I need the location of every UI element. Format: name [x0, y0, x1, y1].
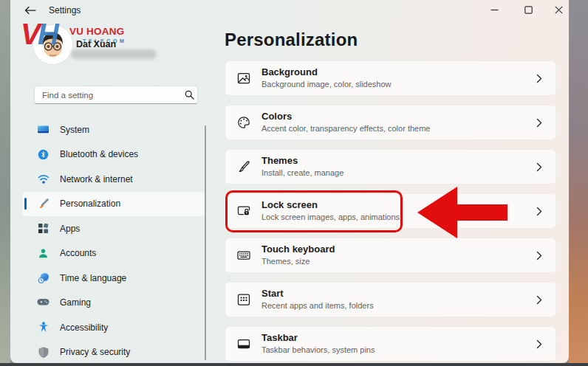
close-icon — [555, 6, 563, 14]
sidebar-item-accounts[interactable]: Accounts — [22, 241, 205, 266]
back-arrow-icon — [24, 6, 36, 15]
card-subtitle: Recent apps and items, folders — [261, 300, 536, 311]
minimize-icon — [490, 6, 499, 14]
sidebar-item-label: Gaming — [60, 297, 91, 308]
desktop-wallpaper-right — [569, 0, 588, 366]
sidebar-nav: System Bluetooth & devices Network & int… — [22, 117, 205, 363]
chevron-right-icon — [536, 295, 542, 305]
card-subtitle: Themes, size — [261, 256, 536, 266]
search-icon[interactable] — [181, 90, 197, 100]
sidebar-item-time-language[interactable]: Time & language — [22, 266, 205, 291]
back-button[interactable] — [22, 4, 38, 17]
themes-icon — [236, 159, 251, 174]
sidebar-item-personalization[interactable]: Personalization — [22, 192, 205, 217]
card-title: Lock screen — [261, 199, 536, 211]
card-colors[interactable]: Colors Accent color, transparency effect… — [225, 105, 556, 140]
card-subtitle: Install, create, manage — [261, 168, 536, 178]
card-touch-keyboard[interactable]: Touch keyboard Themes, size — [225, 238, 556, 273]
settings-window: Settings — [10, 0, 569, 363]
chevron-right-icon — [536, 339, 542, 349]
card-title: Touch keyboard — [261, 244, 536, 255]
card-title: Taskbar — [261, 332, 536, 344]
card-start[interactable]: Start Recent apps and items, folders — [225, 282, 556, 317]
user-name: Dat Xuan — [76, 39, 116, 49]
sidebar-item-gaming[interactable]: Gaming — [22, 291, 205, 316]
system-icon — [37, 123, 49, 136]
touch-keyboard-icon — [236, 248, 251, 263]
card-lock-screen[interactable]: Lock screen Lock screen images, apps, an… — [225, 193, 556, 229]
card-subtitle: Background image, color, slideshow — [261, 79, 536, 89]
taskbar-icon — [236, 336, 251, 351]
card-title: Themes — [261, 155, 536, 167]
card-background[interactable]: Background Background image, color, slid… — [225, 61, 556, 96]
card-subtitle: Taskbar behaviors, system pins — [261, 345, 536, 355]
chevron-right-icon — [536, 207, 542, 216]
account-section[interactable]: V H VU HOANG TELECOM Dat Xuan — [10, 18, 217, 84]
user-email-redacted — [71, 49, 157, 59]
apps-icon — [37, 222, 49, 235]
background-icon — [236, 71, 251, 86]
card-title: Colors — [261, 111, 536, 122]
close-button[interactable] — [549, 1, 568, 18]
sidebar-scrollbar[interactable] — [205, 125, 206, 360]
desktop-wallpaper-left — [0, 0, 10, 366]
sidebar-item-privacy-security[interactable]: Privacy & security — [22, 340, 205, 364]
desktop-edge-bottom — [0, 363, 588, 366]
maximize-icon — [524, 6, 533, 14]
accessibility-icon — [37, 321, 49, 334]
sidebar-item-network-internet[interactable]: Network & internet — [22, 167, 205, 192]
gaming-icon — [37, 297, 49, 309]
sidebar-item-label: Privacy & security — [60, 347, 130, 357]
network-icon — [37, 173, 49, 185]
sidebar-item-label: Accessibility — [60, 322, 108, 333]
card-subtitle: Accent color, transparency effects, colo… — [261, 123, 536, 134]
search-box[interactable] — [34, 86, 198, 104]
chevron-right-icon — [536, 74, 542, 83]
sidebar-item-label: Accounts — [60, 248, 96, 258]
sidebar-item-label: Apps — [60, 224, 80, 234]
chevron-right-icon — [536, 251, 542, 260]
window-title: Settings — [49, 5, 81, 15]
accounts-icon — [37, 247, 49, 260]
card-themes[interactable]: Themes Install, create, manage — [225, 149, 556, 184]
card-taskbar[interactable]: Taskbar Taskbar behaviors, system pins — [225, 326, 556, 362]
card-title: Background — [261, 66, 536, 78]
settings-card-list: Background Background image, color, slid… — [225, 61, 556, 363]
sidebar-item-bluetooth-devices[interactable]: Bluetooth & devices — [22, 142, 205, 168]
svg-text:H: H — [38, 19, 60, 50]
page-title: Personalization — [225, 30, 358, 50]
sidebar-item-system[interactable]: System — [22, 117, 205, 142]
chevron-right-icon — [536, 162, 542, 172]
sidebar-item-label: Time & language — [60, 273, 126, 283]
sidebar-item-apps[interactable]: Apps — [22, 216, 205, 241]
minimize-button[interactable] — [485, 1, 504, 18]
watermark-line1: VU HOANG — [69, 27, 126, 37]
lock-screen-icon — [236, 204, 251, 218]
sidebar-item-label: System — [60, 125, 89, 135]
privacy-icon — [37, 346, 49, 359]
time-language-icon — [37, 272, 49, 284]
colors-icon — [236, 115, 251, 130]
sidebar-item-accessibility[interactable]: Accessibility — [22, 315, 205, 340]
card-title: Start — [261, 288, 536, 300]
sidebar-item-label: Bluetooth & devices — [60, 149, 138, 159]
chevron-right-icon — [536, 118, 542, 128]
start-icon — [236, 292, 251, 307]
screenshot-root: Settings — [0, 0, 588, 366]
bluetooth-icon — [37, 148, 49, 161]
sidebar-item-label: Personalization — [60, 198, 120, 209]
search-input[interactable] — [35, 91, 181, 100]
sidebar-item-label: Network & internet — [60, 174, 133, 184]
personalization-icon — [37, 198, 49, 210]
card-subtitle: Lock screen images, apps, animations — [261, 212, 536, 222]
maximize-button[interactable] — [519, 1, 538, 18]
